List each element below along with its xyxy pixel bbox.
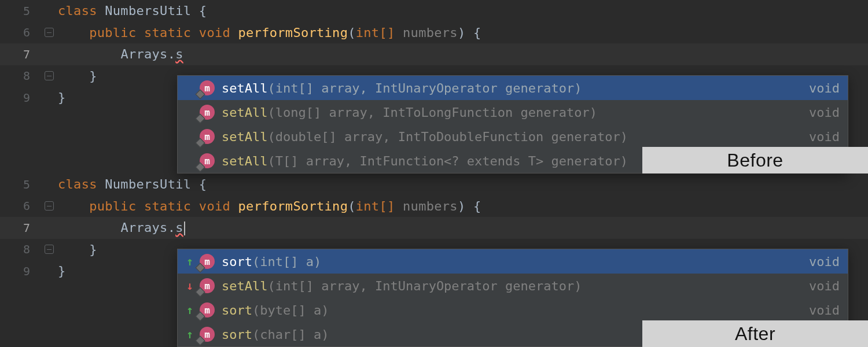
code-text[interactable]: } xyxy=(58,264,66,278)
line-number: 5 xyxy=(0,178,41,191)
rank-up-icon: ↑ xyxy=(183,327,196,341)
line-number: 8 xyxy=(0,69,41,83)
line-number: 7 xyxy=(0,47,41,61)
code-text[interactable]: } xyxy=(58,69,97,83)
fold-column[interactable] xyxy=(41,71,58,80)
method-icon: m xyxy=(198,277,216,294)
rank-down-icon: ↓ xyxy=(183,279,196,293)
code-text[interactable]: Arrays.s xyxy=(58,220,185,235)
code-line: 6 public static void performSorting(int[… xyxy=(0,22,868,44)
completion-item[interactable]: ↓ m setAll(int[] array, IntUnaryOperator… xyxy=(178,274,848,298)
line-number: 8 xyxy=(0,242,41,256)
code-line: 6 public static void performSorting(int[… xyxy=(0,195,868,217)
before-label: Before xyxy=(642,147,868,174)
code-text[interactable]: public static void performSorting(int[] … xyxy=(58,25,481,40)
line-number: 6 xyxy=(0,25,41,39)
line-number: 9 xyxy=(0,264,41,278)
fold-toggle-icon[interactable] xyxy=(45,28,54,37)
return-type: void xyxy=(803,105,840,120)
return-type: void xyxy=(803,279,840,293)
rank-up-icon: ↑ xyxy=(183,254,196,268)
line-number: 6 xyxy=(0,199,41,213)
method-icon: m xyxy=(198,326,216,343)
text-caret xyxy=(184,222,185,235)
method-icon: m xyxy=(198,301,216,319)
line-number: 5 xyxy=(0,4,41,18)
fold-toggle-icon[interactable] xyxy=(45,245,54,254)
rank-up-icon: ↑ xyxy=(183,303,196,317)
fold-column[interactable] xyxy=(41,201,58,211)
completion-item[interactable]: ↑ m sort(int[] a) void xyxy=(178,249,848,274)
return-type: void xyxy=(803,254,840,269)
code-line: 5 class NumbersUtil { xyxy=(0,174,868,195)
code-text[interactable]: } xyxy=(58,242,97,257)
code-line-current: 7 Arrays.s xyxy=(0,43,868,65)
after-label: After xyxy=(642,320,868,347)
return-type: void xyxy=(803,130,840,144)
code-text[interactable]: class NumbersUtil { xyxy=(58,3,207,18)
return-type: void xyxy=(803,81,840,95)
completion-item[interactable]: m setAll(long[] array, IntToLongFunction… xyxy=(178,100,848,124)
method-icon: m xyxy=(198,152,216,169)
code-text[interactable]: class NumbersUtil { xyxy=(58,177,207,191)
line-number: 9 xyxy=(0,91,41,105)
code-text[interactable]: Arrays.s xyxy=(58,47,183,61)
code-line: 5 class NumbersUtil { xyxy=(0,0,868,22)
method-icon: m xyxy=(198,104,216,121)
fold-toggle-icon[interactable] xyxy=(45,71,54,80)
fold-column[interactable] xyxy=(41,28,58,37)
fold-toggle-icon[interactable] xyxy=(45,201,54,211)
fold-column[interactable] xyxy=(41,245,58,254)
return-type: void xyxy=(803,303,840,318)
completion-item[interactable]: m setAll(int[] array, IntUnaryOperator g… xyxy=(178,76,848,100)
method-icon: m xyxy=(198,128,216,145)
method-icon: m xyxy=(198,79,216,97)
code-text[interactable]: } xyxy=(58,90,66,105)
code-line-current: 7 Arrays.s xyxy=(0,217,868,239)
code-text[interactable]: public static void performSorting(int[] … xyxy=(58,199,481,213)
completion-item[interactable]: m setAll(double[] array, IntToDoubleFunc… xyxy=(178,124,848,149)
line-number: 7 xyxy=(0,221,41,235)
completion-item[interactable]: ↑ m sort(byte[] a) void xyxy=(178,298,848,322)
method-icon: m xyxy=(198,253,216,270)
